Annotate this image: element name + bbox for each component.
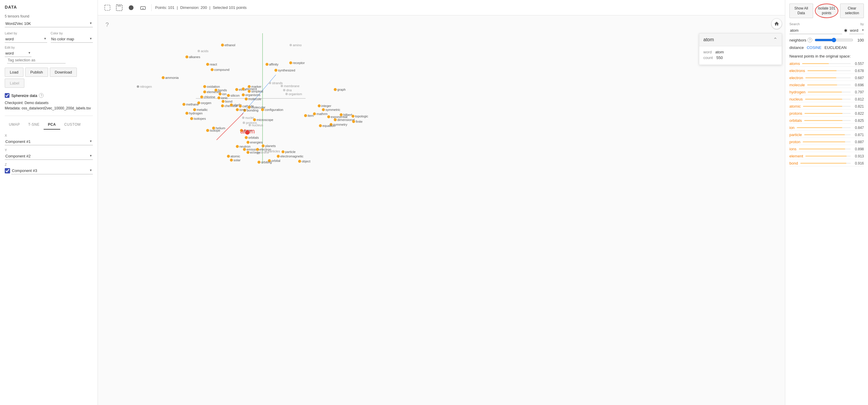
night-mode-icon[interactable] [126, 3, 136, 12]
point-ions[interactable] [236, 108, 239, 111]
distance-cosine-option[interactable]: COSINE [807, 45, 822, 50]
point-energies[interactable] [247, 141, 249, 144]
point-particle[interactable] [281, 150, 284, 153]
isolate-points-button[interactable]: Isolate 101 points [815, 4, 839, 18]
point-cathode[interactable] [239, 105, 242, 108]
point-ionic[interactable] [217, 96, 220, 99]
point-nuclei[interactable] [242, 116, 244, 119]
tab-pca[interactable]: PCA [43, 120, 60, 130]
tab-tsne[interactable]: T-SNE [24, 120, 43, 130]
x-axis-select[interactable]: Component #1 [5, 138, 93, 145]
labels-icon[interactable]: A [138, 3, 148, 12]
point-organisms[interactable] [242, 93, 245, 96]
point-solar[interactable] [230, 159, 233, 162]
point-configuration[interactable] [261, 108, 264, 111]
point-bond[interactable] [222, 100, 224, 103]
nearest-name-1[interactable]: electrons [789, 68, 805, 73]
nearest-name-5[interactable]: nucleus [789, 97, 803, 101]
point-receptor[interactable] [289, 61, 292, 64]
neighbors-slider[interactable] [815, 38, 853, 42]
point-orbitals[interactable] [245, 136, 248, 139]
point-planets[interactable] [261, 144, 265, 147]
point-simplest[interactable] [248, 90, 251, 93]
point-nitrogen[interactable] [137, 86, 139, 88]
help-button[interactable]: ? [103, 20, 112, 29]
point-energy[interactable] [247, 151, 249, 154]
nearest-name-0[interactable]: atoms [789, 61, 800, 66]
publish-button[interactable]: Publish [25, 68, 48, 77]
neighbors-info-icon[interactable]: ? [807, 38, 812, 42]
nearest-name-9[interactable]: ion [789, 126, 795, 130]
point-dimensional[interactable] [334, 118, 337, 121]
selection-rect-icon[interactable] [103, 3, 112, 12]
nearest-name-14[interactable]: bond [789, 161, 798, 165]
nearest-name-2[interactable]: electron [789, 76, 803, 80]
z-axis-select[interactable]: Component #3 [11, 167, 93, 174]
scatter-plot[interactable]: ethanol alkanes react compound ammonia o… [98, 15, 785, 405]
point-ethanol[interactable] [221, 43, 224, 46]
popup-close-button[interactable]: ⌃ [773, 36, 777, 43]
point-integer[interactable] [318, 104, 321, 107]
point-affinity[interactable] [266, 63, 269, 66]
nearest-name-12[interactable]: ions [789, 147, 797, 151]
point-dna[interactable] [283, 89, 285, 91]
nearest-name-8[interactable]: orbitals [789, 118, 802, 123]
distance-euclidean-option[interactable]: EUCLIDEAN [825, 45, 846, 50]
point-hydrogen[interactable] [185, 112, 188, 115]
dataset-select[interactable]: Word2Vec 10K [5, 20, 93, 27]
sphereize-info-icon[interactable]: ? [39, 93, 43, 98]
label-button[interactable]: Label [5, 78, 24, 88]
search-by-select[interactable]: word [849, 27, 864, 34]
point-methane[interactable] [182, 103, 185, 106]
point-neutron[interactable] [236, 145, 239, 148]
point-synthesized[interactable] [274, 69, 277, 72]
point-isotopes[interactable] [190, 117, 193, 120]
point-ether[interactable] [235, 88, 238, 91]
load-button[interactable]: Load [5, 68, 24, 77]
point-finite[interactable] [352, 120, 355, 123]
point-oxidation[interactable] [203, 85, 206, 88]
point-membrane[interactable] [281, 85, 283, 87]
tab-umap[interactable]: UMAP [5, 120, 24, 130]
color-by-select[interactable]: No color map [51, 36, 93, 43]
y-axis-select[interactable]: Component #2 [5, 153, 93, 160]
download-button[interactable]: Download [50, 68, 77, 77]
nearest-name-6[interactable]: atomic [789, 104, 801, 108]
point-elemental[interactable] [203, 91, 206, 93]
point-amino[interactable] [289, 44, 292, 46]
point-alkanes[interactable] [185, 56, 188, 58]
point-compound[interactable] [211, 68, 214, 71]
point-equation[interactable] [319, 124, 322, 127]
point-metallic[interactable] [193, 108, 196, 111]
z-axis-checkbox[interactable] [5, 168, 10, 173]
search-input[interactable] [789, 27, 842, 34]
nearest-name-4[interactable]: hydrogen [789, 90, 805, 94]
point-ammonia[interactable] [162, 76, 165, 79]
nearest-name-3[interactable]: molecule [789, 83, 805, 87]
point-shells[interactable] [230, 103, 233, 106]
point-acids[interactable] [197, 50, 200, 52]
point-exponential[interactable] [327, 115, 330, 118]
point-graph[interactable] [334, 88, 337, 91]
show-all-data-button[interactable]: Show All Data [789, 4, 813, 18]
tab-custom[interactable]: CUSTOM [60, 120, 85, 130]
point-bonds[interactable] [215, 89, 217, 92]
point-orbiting[interactable] [257, 161, 260, 164]
point-electron[interactable] [256, 148, 259, 151]
point-atomic[interactable] [227, 155, 230, 158]
label-by-select[interactable]: word [5, 36, 47, 43]
point-marker[interactable] [248, 85, 251, 88]
point-helium[interactable] [212, 127, 215, 130]
point-electrons[interactable] [252, 151, 254, 154]
point-element[interactable] [242, 88, 245, 91]
sphereize-checkbox[interactable] [5, 93, 9, 98]
point-chemical[interactable] [221, 104, 224, 107]
home-button[interactable] [771, 19, 782, 29]
point-particles[interactable] [265, 150, 267, 153]
nearest-name-11[interactable]: proton [789, 140, 800, 144]
clear-selection-button[interactable]: Clear selection [840, 4, 864, 18]
point-item[interactable] [304, 114, 307, 117]
point-symmetric[interactable] [322, 108, 325, 111]
tag-input[interactable] [7, 57, 66, 63]
point-ion[interactable] [219, 93, 222, 96]
